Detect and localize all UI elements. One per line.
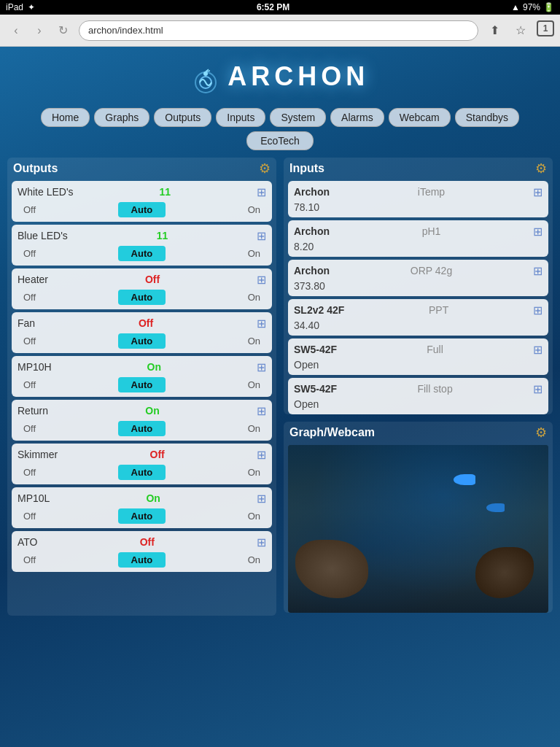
tune-icon-fan[interactable]: ⊞ <box>257 317 266 330</box>
battery-label: 97% <box>523 2 540 12</box>
on-btn-blue-leds[interactable]: On <box>242 247 266 260</box>
reload-button[interactable]: ↻ <box>52 20 73 41</box>
main-grid: Outputs ⚙ White LED's 11 ⊞ Off Auto On <box>7 158 553 616</box>
outputs-title: Outputs <box>13 162 58 175</box>
device-name-blue-leds: Blue LED's <box>18 230 68 241</box>
on-btn-white-leds[interactable]: On <box>242 203 266 217</box>
nav-standbys[interactable]: Standbys <box>455 108 519 127</box>
on-btn-mp10l[interactable]: On <box>242 509 266 523</box>
tune-icon-mp10l[interactable]: ⊞ <box>257 492 266 506</box>
wifi-icon: ✦ <box>28 2 35 12</box>
off-btn-blue-leds[interactable]: Off <box>18 247 42 260</box>
tab-count[interactable]: 1 <box>537 20 554 36</box>
address-text: archon/index.html <box>88 25 163 36</box>
input-source-full: SW5-42F <box>294 344 337 355</box>
on-btn-mp10h[interactable]: On <box>242 378 266 392</box>
tune-icon-orp[interactable]: ⊞ <box>533 264 542 278</box>
tune-icon-white-leds[interactable]: ⊞ <box>257 185 266 199</box>
tune-icon-mp10h[interactable]: ⊞ <box>257 360 266 374</box>
device-status-mp10l: On <box>146 492 160 504</box>
auto-btn-skimmer[interactable]: Auto <box>118 465 166 480</box>
off-btn-fan[interactable]: Off <box>18 334 42 348</box>
tune-icon-blue-leds[interactable]: ⊞ <box>257 229 266 243</box>
graph-webcam-gear-icon[interactable]: ⚙ <box>535 425 547 441</box>
device-card-heater: Heater Off ⊞ Off Auto On <box>12 268 272 309</box>
tune-icon-ppt[interactable]: ⊞ <box>533 303 542 317</box>
off-btn-mp10h[interactable]: Off <box>18 378 42 392</box>
on-btn-return[interactable]: On <box>242 422 266 436</box>
webcam-image <box>288 445 548 613</box>
auto-btn-heater[interactable]: Auto <box>118 290 166 305</box>
share-button[interactable]: ⬆ <box>484 20 505 41</box>
svg-line-4 <box>206 71 210 71</box>
back-button[interactable]: ‹ <box>6 20 26 41</box>
device-name-skimmer: Skimmer <box>18 449 58 460</box>
auto-btn-return[interactable]: Auto <box>118 421 166 436</box>
on-btn-fan[interactable]: On <box>242 334 266 348</box>
tune-icon-ato[interactable]: ⊞ <box>257 535 266 549</box>
svg-point-2 <box>203 71 208 76</box>
input-card-orp: Archon ORP 42g ⊞ 373.80 <box>288 260 548 296</box>
tune-icon-fillstop[interactable]: ⊞ <box>533 382 542 396</box>
auto-btn-white-leds[interactable]: Auto <box>118 202 166 217</box>
device-controls-white-leds: Off Auto On <box>18 202 266 217</box>
device-status-fan: Off <box>139 317 153 329</box>
auto-btn-fan[interactable]: Auto <box>118 333 166 349</box>
input-label-itemp: iTemp <box>418 186 445 198</box>
nav-inputs[interactable]: Inputs <box>216 108 265 127</box>
nav-outputs[interactable]: Outputs <box>154 108 211 127</box>
on-btn-ato[interactable]: On <box>242 553 266 567</box>
device-card-skimmer: Skimmer Off ⊞ Off Auto On <box>12 444 272 484</box>
on-btn-heater[interactable]: On <box>242 290 266 304</box>
browser-nav-buttons: ‹ › ↻ <box>6 20 73 41</box>
off-btn-skimmer[interactable]: Off <box>18 465 42 479</box>
forward-button[interactable]: › <box>29 20 50 41</box>
device-status-ato: Off <box>140 536 155 548</box>
device-name-ato: ATO <box>18 536 38 548</box>
off-btn-ato[interactable]: Off <box>18 553 42 567</box>
tune-icon-ph1[interactable]: ⊞ <box>533 225 542 239</box>
tune-icon-full[interactable]: ⊞ <box>533 343 542 357</box>
off-btn-white-leds[interactable]: Off <box>18 203 42 217</box>
address-bar[interactable]: archon/index.html <box>79 20 478 41</box>
nav-home[interactable]: Home <box>41 108 90 127</box>
inputs-gear-icon[interactable]: ⚙ <box>535 160 547 177</box>
nav-system[interactable]: System <box>270 108 326 127</box>
inputs-title: Inputs <box>289 162 324 175</box>
outputs-gear-icon[interactable]: ⚙ <box>259 160 271 177</box>
status-bar-time: 6:52 PM <box>257 2 289 12</box>
inputs-header: Inputs ⚙ <box>284 158 553 178</box>
off-btn-return[interactable]: Off <box>18 422 42 436</box>
device-status-white-leds: 11 <box>160 186 171 198</box>
nav-ecotech[interactable]: EcoTech <box>246 131 314 150</box>
on-btn-skimmer[interactable]: On <box>242 465 266 479</box>
device-controls-return: Off Auto On <box>18 421 266 436</box>
tune-icon-itemp[interactable]: ⊞ <box>533 185 542 199</box>
nav-bar: Home Graphs Outputs Inputs System Alarms… <box>7 108 553 127</box>
tune-icon-heater[interactable]: ⊞ <box>257 273 266 287</box>
nav-sub: EcoTech <box>7 131 553 150</box>
auto-btn-mp10l[interactable]: Auto <box>118 508 166 524</box>
nav-graphs[interactable]: Graphs <box>94 108 149 127</box>
logo-text: ARCHON <box>228 61 369 91</box>
off-btn-heater[interactable]: Off <box>18 290 42 304</box>
graph-webcam-header: Graph/Webcam ⚙ <box>284 422 553 442</box>
auto-btn-mp10h[interactable]: Auto <box>118 377 166 392</box>
page-content: ARCHON Home Graphs Outputs Inputs System… <box>0 47 560 623</box>
input-card-fillstop: SW5-42F Fill stop ⊞ Open <box>288 378 548 414</box>
input-value-ph1: 8.20 <box>294 241 542 252</box>
auto-btn-ato[interactable]: Auto <box>118 552 166 568</box>
device-card-mp10h: MP10H On ⊞ Off Auto On <box>12 356 272 397</box>
tune-icon-skimmer[interactable]: ⊞ <box>257 448 266 462</box>
device-card-white-leds: White LED's 11 ⊞ Off Auto On <box>12 181 272 222</box>
nav-webcam[interactable]: Webcam <box>389 108 451 127</box>
tune-icon-return[interactable]: ⊞ <box>257 404 266 418</box>
signal-icon: ▲ <box>511 2 520 12</box>
bookmark-button[interactable]: ☆ <box>510 20 531 41</box>
auto-btn-blue-leds[interactable]: Auto <box>118 246 166 261</box>
device-name-mp10h: MP10H <box>18 361 52 373</box>
input-source-ph1: Archon <box>294 225 330 237</box>
input-card-itemp: Archon iTemp ⊞ 78.10 <box>288 181 548 217</box>
nav-alarms[interactable]: Alarms <box>330 108 384 127</box>
off-btn-mp10l[interactable]: Off <box>18 509 42 523</box>
